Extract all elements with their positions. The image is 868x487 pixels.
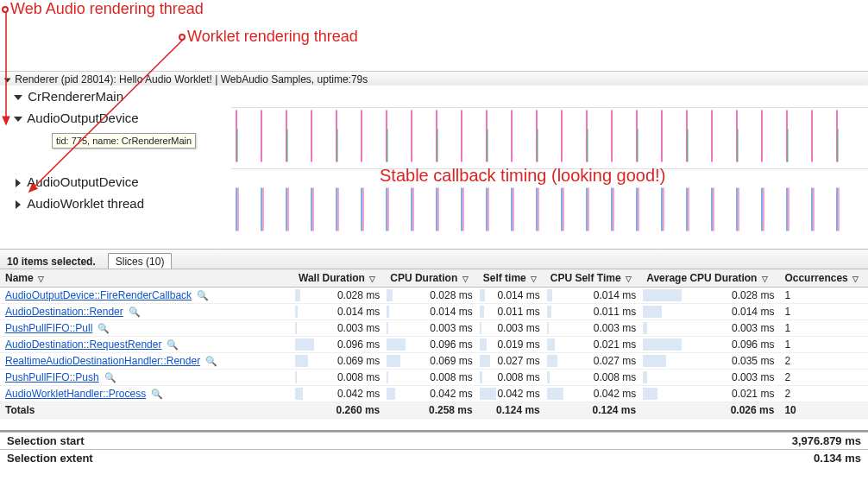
cell-value: 0.027 ms [545, 353, 641, 370]
cell-value: 0.008 ms [478, 370, 545, 386]
annotation-callback-timing: Stable callback timing (looking good!) [380, 166, 665, 186]
table-row[interactable]: PushPullFIFO::Push🔍0.008 ms0.008 ms0.008… [0, 370, 868, 386]
magnifier-icon[interactable]: 🔍 [167, 339, 179, 351]
cell-occ: 1 [779, 288, 868, 304]
cell-occ: 2 [779, 370, 868, 386]
cell-value: 0.014 ms [478, 288, 545, 304]
thread-label: AudioOutputDevice [27, 111, 138, 125]
selection-start-value: 3,976.879 ms [792, 434, 861, 447]
magnifier-icon[interactable]: 🔍 [129, 307, 141, 318]
magnifier-icon[interactable]: 🔍 [151, 389, 163, 400]
cell-value: 0.042 ms [385, 386, 477, 402]
cell-value: 0.003 ms [545, 320, 641, 337]
thread-row-crrenderermain[interactable]: CrRendererMain [0, 85, 231, 107]
chevron-right-icon [16, 200, 21, 209]
cell-value: 0.042 ms [545, 386, 641, 402]
tab-slices[interactable]: Slices (10) [108, 253, 173, 270]
cell-value: 0.003 ms [641, 320, 779, 337]
cell-value: 0.014 ms [641, 304, 779, 320]
cell-value: 0.035 ms [641, 353, 779, 370]
cell-value: 0.069 ms [293, 353, 385, 370]
annotation-worklet-text: Worklet rendering thread [187, 28, 358, 45]
thread-row-audioworklet[interactable]: AudioWorklet thread [0, 193, 231, 214]
cell-value: 0.021 ms [545, 337, 641, 353]
annotation-worklet: Worklet rendering thread [179, 28, 358, 46]
selection-start-label: Selection start [7, 434, 85, 447]
cell-value: 0.021 ms [641, 386, 779, 402]
cell-value: 0.028 ms [385, 288, 477, 304]
chevron-down-icon [14, 117, 22, 122]
col-occ[interactable]: Occurrences ▽ [779, 269, 868, 288]
cell-value: 0.008 ms [545, 370, 641, 386]
magnifier-icon[interactable]: 🔍 [205, 356, 217, 367]
col-avgcpu[interactable]: Average CPU Duration ▽ [641, 269, 779, 288]
cell-value: 0.014 ms [293, 304, 385, 320]
cell-value: 0.042 ms [293, 386, 385, 402]
cell-value: 0.011 ms [545, 304, 641, 320]
cell-occ: 1 [779, 320, 868, 337]
col-self[interactable]: Self time ▽ [478, 269, 545, 288]
slice-link[interactable]: RealtimeAudioDestinationHandler::Render [5, 355, 200, 367]
cell-occ: 1 [779, 337, 868, 353]
cell-value: 0.003 ms [385, 320, 477, 337]
slice-link[interactable]: AudioDestination::RequestRender [5, 338, 161, 351]
slice-link[interactable]: PushPullFIFO::Push [5, 371, 99, 383]
process-header-label: Renderer (pid 28014): Hello Audio Workle… [15, 73, 368, 85]
selection-extent-label: Selection extent [7, 452, 93, 465]
cell-value: 0.014 ms [385, 304, 477, 320]
slice-link[interactable]: AudioDestination::Render [5, 306, 123, 318]
thread-row-audiooutputdevice-1[interactable]: AudioOutputDevice tid: 775, name: CrRend… [0, 107, 231, 171]
table-row[interactable]: RealtimeAudioDestinationHandler::Render🔍… [0, 353, 868, 370]
cell-value: 0.096 ms [293, 337, 385, 353]
cell-value: 0.003 ms [478, 320, 545, 337]
slice-link[interactable]: PushPullFIFO::Pull [5, 322, 92, 334]
thread-label: CrRendererMain [28, 89, 123, 104]
cell-value: 0.096 ms [385, 337, 477, 353]
annotation-web-audio: Web Audio rendering thread [2, 0, 204, 18]
selection-count: 10 items selected. [7, 256, 96, 268]
cell-value: 0.027 ms [478, 353, 545, 370]
thread-row-audiooutputdevice-2[interactable]: AudioOutputDevice [0, 171, 231, 193]
totals-row: Totals0.260 ms0.258 ms0.124 ms0.124 ms0.… [0, 402, 868, 419]
chevron-down-icon [14, 95, 22, 100]
cell-value: 0.008 ms [293, 370, 385, 386]
magnifier-icon[interactable]: 🔍 [97, 323, 110, 334]
cell-value: 0.069 ms [385, 353, 477, 370]
cell-occ: 1 [779, 304, 868, 320]
col-wall[interactable]: Wall Duration ▽ [293, 269, 385, 288]
thread-tooltip: tid: 775, name: CrRendererMain [52, 133, 196, 149]
table-row[interactable]: AudioOutputDevice::FireRenderCallback🔍0.… [0, 288, 868, 304]
cell-value: 0.003 ms [293, 320, 385, 337]
cell-value: 0.028 ms [293, 288, 385, 304]
selection-start-row: Selection start 3,976.879 ms [0, 432, 868, 449]
cell-value: 0.042 ms [478, 386, 545, 402]
cell-value: 0.003 ms [641, 370, 779, 386]
magnifier-icon[interactable]: 🔍 [197, 290, 209, 301]
col-name[interactable]: Name ▽ [0, 269, 293, 288]
cell-occ: 2 [779, 353, 868, 370]
chevron-down-icon [4, 78, 11, 82]
table-row[interactable]: PushPullFIFO::Pull🔍0.003 ms0.003 ms0.003… [0, 320, 868, 337]
thread-list: CrRendererMain AudioOutputDevice tid: 77… [0, 85, 231, 247]
table-row[interactable]: AudioWorkletHandler::Process🔍0.042 ms0.0… [0, 386, 868, 402]
table-row[interactable]: AudioDestination::Render🔍0.014 ms0.014 m… [0, 304, 868, 320]
col-cpuself[interactable]: CPU Self Time ▽ [545, 269, 641, 288]
cell-occ: 2 [779, 386, 868, 402]
table-row[interactable]: AudioDestination::RequestRender🔍0.096 ms… [0, 337, 868, 353]
slices-table-wrap: Name ▽ Wall Duration ▽ CPU Duration ▽ Se… [0, 269, 868, 419]
thread-label: AudioWorklet thread [27, 196, 144, 211]
chevron-right-icon [16, 179, 21, 187]
slices-table: Name ▽ Wall Duration ▽ CPU Duration ▽ Se… [0, 269, 868, 419]
selection-extent-value: 0.134 ms [814, 452, 861, 465]
cell-value: 0.011 ms [478, 304, 545, 320]
col-cpu[interactable]: CPU Duration ▽ [385, 269, 477, 288]
cell-value: 0.096 ms [641, 337, 779, 353]
magnifier-icon[interactable]: 🔍 [104, 372, 116, 383]
slice-link[interactable]: AudioWorkletHandler::Process [5, 388, 146, 400]
slice-link[interactable]: AudioOutputDevice::FireRenderCallback [5, 289, 192, 301]
cell-value: 0.019 ms [478, 337, 545, 353]
cell-value: 0.008 ms [385, 370, 477, 386]
cell-value: 0.028 ms [641, 288, 779, 304]
selection-extent-row: Selection extent 0.134 ms [0, 449, 868, 466]
cell-value: 0.014 ms [545, 288, 641, 304]
